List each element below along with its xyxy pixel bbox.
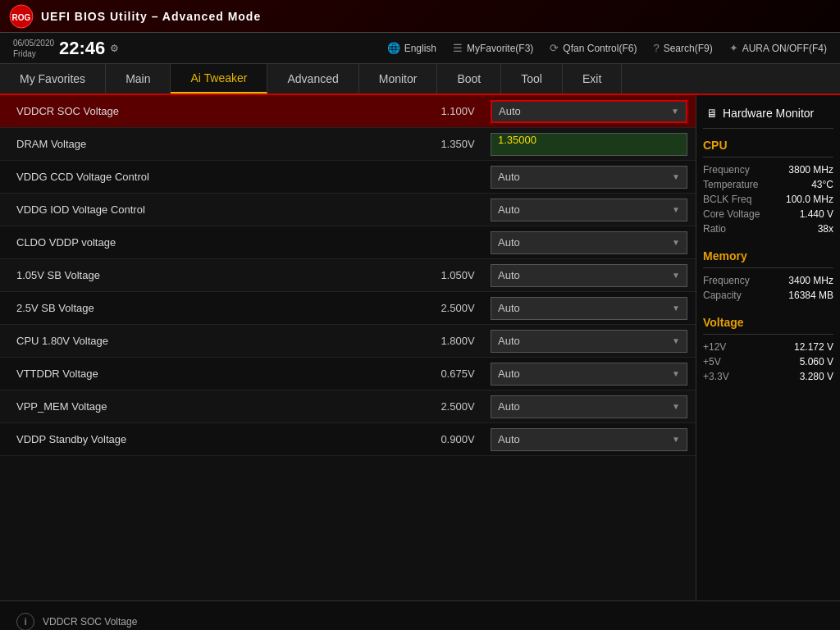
chevron-down-icon: ▼ <box>671 107 679 116</box>
cpu-temperature-row: Temperature 43°C <box>703 177 833 192</box>
voltage-12v-label: +12V <box>703 341 726 353</box>
setting-name: VDDP Standby Voltage <box>16 433 425 445</box>
info-icon-symbol: i <box>25 616 27 628</box>
setting-name: CLDO VDDP voltage <box>16 236 425 249</box>
setting-name: VDDG CCD Voltage Control <box>16 171 425 183</box>
nav-exit[interactable]: Exit <box>563 64 622 94</box>
setting-control[interactable]: Auto▼ <box>491 199 687 221</box>
setting-dropdown[interactable]: Auto▼ <box>491 363 687 386</box>
setting-name: VDDG IOD Voltage Control <box>16 203 425 216</box>
setting-row: CPU 1.80V Voltage1.800VAuto▼ <box>0 325 696 358</box>
setting-control[interactable]: Auto▼ <box>491 395 687 418</box>
toolbar-items: 🌐 English ☰ MyFavorite(F3) ⟳ Qfan Contro… <box>387 42 827 54</box>
setting-dropdown[interactable]: Auto▼ <box>491 166 687 189</box>
qfan-button[interactable]: ⟳ Qfan Control(F6) <box>550 42 637 54</box>
chevron-down-icon: ▼ <box>672 369 680 378</box>
setting-dropdown[interactable]: Auto▼ <box>491 395 687 418</box>
dropdown-value: Auto <box>498 368 520 380</box>
setting-dropdown[interactable]: Auto▼ <box>491 330 687 353</box>
language-selector[interactable]: 🌐 English <box>387 42 436 54</box>
dropdown-value: Auto <box>498 269 520 281</box>
setting-current-value: 1.050V <box>425 269 491 281</box>
memory-capacity-row: Capacity 16384 MB <box>703 288 833 303</box>
nav-advanced[interactable]: Advanced <box>267 64 358 94</box>
cpu-frequency-label: Frequency <box>703 164 750 176</box>
memory-frequency-value: 3400 MHz <box>788 275 833 286</box>
setting-dropdown[interactable]: Auto▼ <box>491 264 687 287</box>
chevron-down-icon: ▼ <box>672 238 680 247</box>
dropdown-value: Auto <box>499 105 521 117</box>
cpu-ratio-value: 38x <box>818 223 833 235</box>
qfan-icon: ⟳ <box>550 42 559 54</box>
voltage-12v-row: +12V 12.172 V <box>703 340 833 354</box>
time-display: 22:46 <box>59 38 105 59</box>
cpu-section-title: CPU <box>703 135 833 158</box>
setting-dropdown[interactable]: Auto▼ <box>491 428 687 451</box>
voltage-5v-value: 5.060 V <box>800 356 833 368</box>
dropdown-value: Auto <box>498 302 520 314</box>
aura-button[interactable]: ✦ AURA ON/OFF(F4) <box>729 42 827 54</box>
aura-icon: ✦ <box>729 42 738 54</box>
settings-gear-icon[interactable]: ⚙ <box>110 43 119 54</box>
setting-dropdown[interactable]: Auto▼ <box>491 231 687 254</box>
nav-boot[interactable]: Boot <box>437 64 501 94</box>
setting-row: VPP_MEM Voltage2.500VAuto▼ <box>0 390 696 423</box>
setting-control[interactable]: Auto▼ <box>491 297 687 320</box>
voltage-5v-row: +5V 5.060 V <box>703 354 833 369</box>
setting-name: 2.5V SB Voltage <box>16 302 425 314</box>
memory-capacity-label: Capacity <box>703 290 742 301</box>
dropdown-value: Auto <box>498 203 520 216</box>
setting-control[interactable]: Auto▼ <box>491 231 687 254</box>
navigation: My Favorites Main Ai Tweaker Advanced Mo… <box>0 64 840 95</box>
setting-dropdown[interactable]: Auto▼ <box>491 297 687 320</box>
memory-section-title: Memory <box>703 246 833 268</box>
voltage-33v-label: +3.3V <box>703 371 729 382</box>
nav-my-favorites[interactable]: My Favorites <box>0 64 106 94</box>
search-label: Search(F9) <box>664 43 713 54</box>
nav-monitor[interactable]: Monitor <box>359 64 438 94</box>
nav-main[interactable]: Main <box>106 64 171 94</box>
chevron-down-icon: ▼ <box>672 336 680 345</box>
setting-name: DRAM Voltage <box>16 138 425 150</box>
setting-row: VTTDDR Voltage0.675VAuto▼ <box>0 358 696 390</box>
cpu-temperature-label: Temperature <box>703 179 758 190</box>
memory-frequency-row: Frequency 3400 MHz <box>703 273 833 288</box>
info-bar: i VDDCR SOC Voltage <box>0 600 840 630</box>
search-button[interactable]: ? Search(F9) <box>653 42 712 54</box>
setting-control[interactable]: Auto▼ <box>491 330 687 353</box>
cpu-frequency-value: 3800 MHz <box>788 164 833 176</box>
setting-control[interactable]: Auto▼ <box>491 264 687 287</box>
setting-control[interactable]: Auto▼ <box>491 428 687 451</box>
cpu-corevoltage-value: 1.440 V <box>800 208 833 220</box>
setting-dropdown[interactable]: Auto▼ <box>491 100 687 123</box>
setting-control[interactable]: 1.35000 <box>491 133 687 156</box>
chevron-down-icon: ▼ <box>672 172 680 181</box>
nav-ai-tweaker[interactable]: Ai Tweaker <box>171 64 267 94</box>
svg-text:ROG: ROG <box>12 13 31 22</box>
setting-current-value: 2.500V <box>425 302 491 314</box>
chevron-down-icon: ▼ <box>672 435 680 444</box>
setting-control[interactable]: Auto▼ <box>491 100 687 123</box>
cpu-ratio-row: Ratio 38x <box>703 221 833 236</box>
setting-name: VPP_MEM Voltage <box>16 400 425 413</box>
sidebar-title: 🖥 Hardware Monitor <box>703 102 833 129</box>
setting-control[interactable]: Auto▼ <box>491 363 687 386</box>
cpu-ratio-label: Ratio <box>703 223 726 235</box>
cpu-section: CPU Frequency 3800 MHz Temperature 43°C … <box>703 135 833 236</box>
sidebar-title-label: Hardware Monitor <box>723 107 814 120</box>
dropdown-value: Auto <box>498 171 520 183</box>
dropdown-value: Auto <box>498 236 520 249</box>
voltage-12v-value: 12.172 V <box>794 341 833 353</box>
setting-current-value: 1.350V <box>425 138 491 150</box>
setting-control[interactable]: Auto▼ <box>491 166 687 189</box>
my-favorite-button[interactable]: ☰ MyFavorite(F3) <box>453 42 533 54</box>
nav-tool[interactable]: Tool <box>501 64 563 94</box>
chevron-down-icon: ▼ <box>672 304 680 313</box>
search-icon: ? <box>653 42 659 54</box>
setting-name: VDDCR SOC Voltage <box>16 105 425 117</box>
setting-name: VTTDDR Voltage <box>16 368 425 380</box>
setting-current-value: 2.500V <box>425 400 491 413</box>
setting-text-input[interactable]: 1.35000 <box>491 133 687 156</box>
language-label: English <box>404 43 436 54</box>
setting-dropdown[interactable]: Auto▼ <box>491 199 687 221</box>
